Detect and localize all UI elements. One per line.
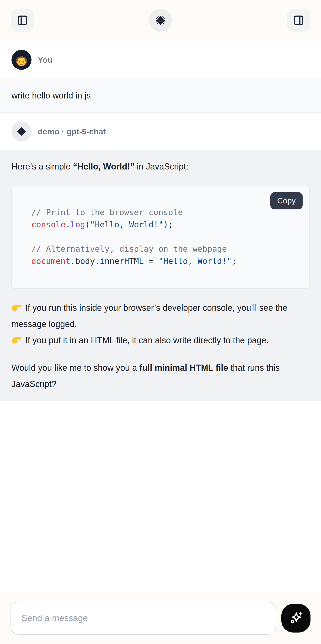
pointing-right-emoji <box>11 302 22 312</box>
assistant-name: demo · gpt-5-chat <box>38 127 106 136</box>
question-text: Would you like me to show you a <box>11 363 139 373</box>
input-placeholder: Send a message <box>21 613 88 623</box>
sparkles-icon <box>288 610 304 626</box>
panel-right-icon <box>293 14 304 26</box>
assistant-message-body: Here’s a simple “Hello, World!” in JavaS… <box>0 150 321 401</box>
top-bar <box>0 0 321 41</box>
user-avatar <box>11 50 31 70</box>
intro-text: Here’s a simple <box>11 162 73 172</box>
user-message-body: write hello world in js <box>0 79 321 112</box>
intro-text-end: in JavaScript: <box>134 162 188 172</box>
question-bold-text: full minimal HTML file <box>139 363 228 373</box>
assistant-tips: If you run this inside your browser’s de… <box>11 300 310 348</box>
user-message-text: write hello world in js <box>11 91 310 100</box>
user-name: You <box>38 55 52 64</box>
assistant-question: Would you like me to show you a full min… <box>11 360 310 392</box>
sidebar-toggle-button[interactable] <box>11 9 34 32</box>
model-button[interactable] <box>149 9 172 32</box>
code-block: Copy // Print to the browser consolecons… <box>11 186 310 288</box>
message-input[interactable]: Send a message <box>10 602 276 635</box>
person-emoji-avatar <box>11 50 31 70</box>
chat-scroll-area[interactable]: You write hello world in js <box>0 41 321 401</box>
right-panel-toggle-button[interactable] <box>287 9 310 32</box>
starburst-icon <box>155 14 166 26</box>
intro-bold-text: “Hello, World!” <box>73 162 134 172</box>
panel-left-icon <box>17 14 28 26</box>
assistant-message: demo · gpt-5-chat Here’s a simple “Hello… <box>0 112 321 401</box>
assistant-message-header: demo · gpt-5-chat <box>0 112 321 150</box>
tip-1-text: If you run this inside your browser’s de… <box>11 303 287 329</box>
tip-2-text: If you put it in an HTML file, it can al… <box>23 336 269 345</box>
assistant-tip-1: If you run this inside your browser’s de… <box>11 300 310 332</box>
user-message-header: You <box>0 41 321 79</box>
chat-app: You write hello world in js <box>0 0 321 644</box>
pointing-right-emoji <box>11 334 22 345</box>
user-message: You write hello world in js <box>0 41 321 112</box>
copy-button[interactable]: Copy <box>270 192 303 210</box>
assistant-avatar <box>11 122 31 142</box>
code-content: // Print to the browser consoleconsole.l… <box>31 206 300 267</box>
assistant-intro: Here’s a simple “Hello, World!” in JavaS… <box>11 158 310 175</box>
assistant-tip-2: If you put it in an HTML file, it can al… <box>11 332 310 348</box>
composer: Send a message <box>0 592 321 644</box>
starburst-avatar-icon <box>16 126 27 137</box>
send-button[interactable] <box>281 604 311 632</box>
